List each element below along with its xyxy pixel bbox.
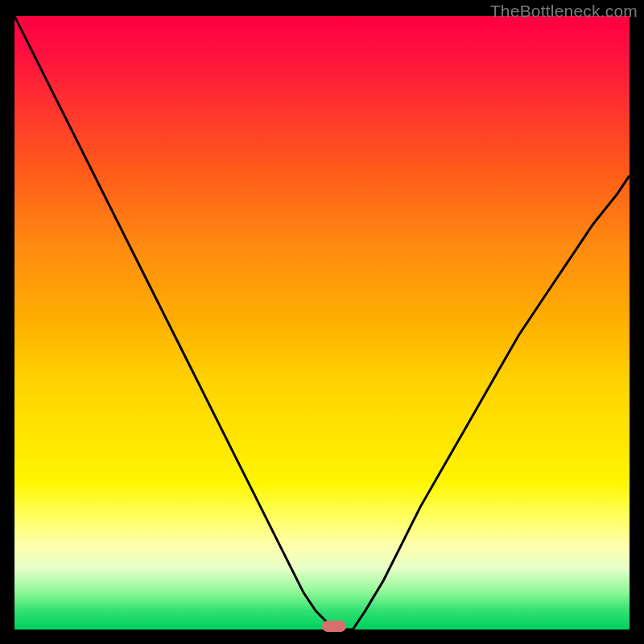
bottleneck-curve	[14, 16, 630, 630]
optimum-marker	[322, 621, 346, 632]
chart-stage: TheBottleneck.com	[0, 0, 644, 644]
watermark-label: TheBottleneck.com	[490, 2, 638, 21]
